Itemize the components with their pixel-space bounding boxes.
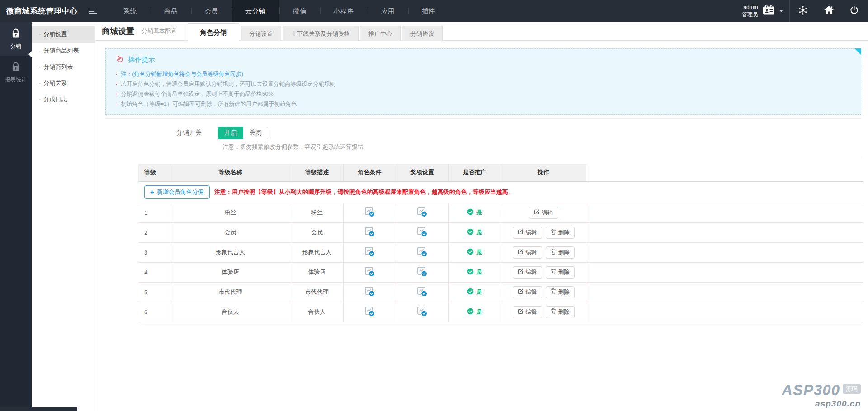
delete-button[interactable]: 删除 [546,246,575,259]
role-condition-icon[interactable] [364,266,375,277]
cell-level: 3 [138,242,170,262]
submenu-item-commission-log[interactable]: 分成日志 [32,91,95,108]
bullet-icon: · [116,101,118,107]
role-condition-icon[interactable] [364,306,375,317]
cell-level-desc: 会员 [291,222,343,242]
prize-setting-icon[interactable] [417,306,428,317]
table-header-row: 等级等级名称等级描述角色条件奖项设置是否推广操作 [138,164,863,181]
cell-level-desc: 粉丝 [291,203,343,222]
prize-setting-icon[interactable] [417,286,428,297]
nav-item-wechat[interactable]: 微信 [279,0,320,22]
tab-updown-relation[interactable]: 上下线关系及分销资格 [283,26,359,41]
bullet-icon: · [116,81,118,87]
cell-role-condition [343,302,396,322]
cell-promote: 是 [448,282,501,302]
edit-button[interactable]: 编辑 [513,306,542,318]
rail-item-report-stats[interactable]: 报表统计 [0,56,32,89]
prize-setting-icon[interactable] [417,266,428,277]
column-header-7: 操作 [501,164,586,181]
switch-on-button[interactable]: 开启 [218,127,243,139]
user-card-dropdown[interactable] [763,5,789,17]
tips-title: 操作提示 [128,56,155,64]
cell-level-name: 粉丝 [170,203,291,222]
tips-list: ·注：(角色分销新增角色将会与会员等级角色同步)·若开启角色分销，普通会员启用默… [115,69,852,109]
check-circle-icon [467,268,474,276]
user-info[interactable]: admin 管理员 [742,4,758,18]
cell-level-desc: 市代代理 [291,282,343,302]
delete-button[interactable]: 删除 [546,306,575,318]
tab-promotion-center[interactable]: 推广中心 [360,26,401,41]
prize-setting-icon[interactable] [417,227,428,237]
cell-prize-setting [396,282,448,302]
delete-button[interactable]: 删除 [546,286,575,298]
cell-level: 1 [138,203,170,222]
nav-item-plugin[interactable]: 插件 [408,0,449,22]
check-circle-icon [467,308,474,316]
nav-item-miniprogram[interactable]: 小程序 [320,0,368,22]
cell-role-condition [343,203,396,222]
nav-item-member[interactable]: 会员 [191,0,232,22]
add-role-label: 新增会员角色分佣 [157,188,204,196]
edit-button[interactable]: 编辑 [513,286,542,298]
active-item-notch [28,51,32,57]
role-condition-icon[interactable] [364,207,375,217]
delete-button[interactable]: 删除 [546,266,575,279]
trash-icon [551,308,556,316]
cell-promote: 是 [448,222,501,242]
cell-promote: 是 [448,262,501,282]
watermark-brand: ASP300 [782,383,840,397]
nav-item-goods[interactable]: 商品 [151,0,191,22]
column-header-3: 等级描述 [291,164,343,181]
tab-distribution-settings[interactable]: 分销设置 [241,26,281,41]
main-frame: 分销报表统计 分销设置分销商品列表分销商列表分销关系分成日志 商城设置 分销基本… [0,22,868,411]
nav-item-application[interactable]: 应用 [368,0,408,22]
user-role: 管理员 [742,11,758,19]
nav-item-cloud-distribution[interactable]: 云分销 [232,0,279,22]
logout-button[interactable] [842,0,868,22]
prize-setting-icon[interactable] [417,207,428,217]
corner-fold-icon [854,48,861,55]
tips-title-row: 操作提示 [115,53,852,66]
trash-icon [551,269,556,276]
share-nodes-icon [797,5,808,18]
trash-icon [551,288,556,296]
submenu-item-dist-goods-list[interactable]: 分销商品列表 [32,43,95,59]
cell-actions: 编辑删除 [501,242,586,262]
submenu-item-dist-settings[interactable]: 分销设置 [32,26,95,43]
submenu-item-distributor-list[interactable]: 分销商列表 [32,59,95,75]
promote-label: 是 [476,228,482,236]
add-role-button[interactable]: + 新增会员角色分佣 [144,185,210,199]
rail-item-distribution[interactable]: 分销 [0,22,32,56]
cell-level-name: 市代代理 [170,282,291,302]
tab-role-distribution[interactable]: 角色分销 [188,23,239,41]
edit-button[interactable]: 编辑 [529,207,558,219]
home-button[interactable] [816,0,842,22]
edit-button[interactable]: 编辑 [513,227,542,239]
check-circle-icon [467,208,474,217]
edit-button[interactable]: 编辑 [513,266,542,279]
lock-icon [10,33,21,40]
role-condition-icon[interactable] [364,286,375,297]
cell-empty [586,222,863,242]
role-condition-icon[interactable] [364,246,375,257]
cell-role-condition [343,222,396,242]
nav-item-system[interactable]: 系统 [110,0,151,22]
edit-button[interactable]: 编辑 [513,246,542,259]
home-icon [824,5,834,17]
prize-setting-icon[interactable] [417,246,428,257]
cell-promote: 是 [448,302,501,322]
column-header-4: 角色条件 [343,164,396,181]
delete-button[interactable]: 删除 [546,227,575,239]
table-row: 6合伙人合伙人是编辑删除 [138,302,863,322]
submenu-item-dist-relations[interactable]: 分销关系 [32,75,95,91]
page-subtitle: 分销基本配置 [142,27,177,35]
menu-toggle-icon[interactable] [89,0,97,22]
switch-off-button[interactable]: 关闭 [243,127,268,139]
lock-icon [10,66,21,74]
shortcuts-button[interactable] [790,0,816,22]
table-row: 1粉丝粉丝是编辑 [138,203,863,222]
tab-distribution-agreement[interactable]: 分销协议 [402,26,443,41]
role-condition-icon[interactable] [364,227,375,237]
table-body: + 新增会员角色分佣 注意：用户按照【等级】从小到大的顺序升级，请按照角色的高级… [138,181,863,322]
navbar-right: admin 管理员 [742,0,868,22]
